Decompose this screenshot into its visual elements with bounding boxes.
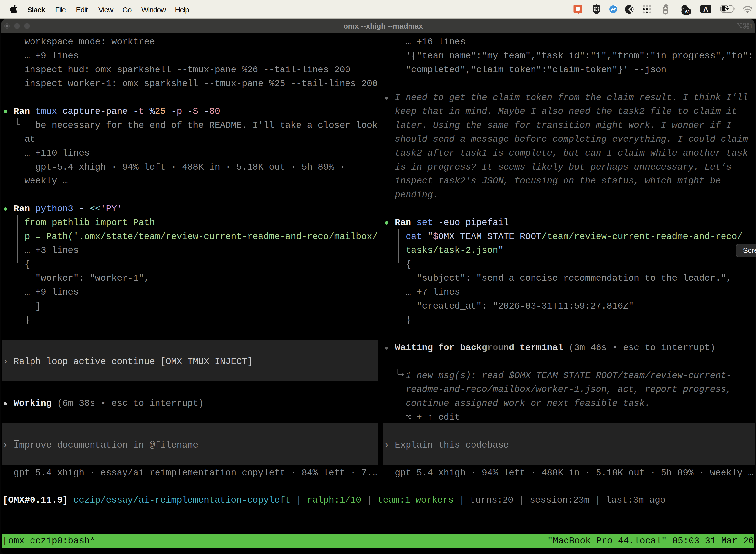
svg-text:..61: ..61 xyxy=(683,9,690,14)
svg-text:1: 1 xyxy=(749,22,752,29)
svg-text:A: A xyxy=(703,6,708,13)
